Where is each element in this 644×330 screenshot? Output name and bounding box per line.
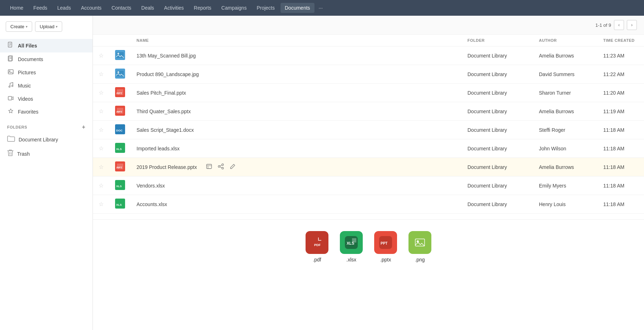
file-action-share[interactable] — [216, 163, 226, 171]
nav-projects[interactable]: Projects — [252, 3, 279, 13]
time-cell: 11:23 AM — [598, 46, 644, 65]
name-cell[interactable]: 2019 Product Release.pptx — [131, 158, 462, 176]
icon-cell: PPT — [109, 158, 131, 176]
sidebar-item-all-files[interactable]: All Files — [0, 39, 93, 52]
pdf-icon: PDF — [306, 231, 328, 254]
nav-contacts[interactable]: Contacts — [107, 3, 135, 13]
table-row[interactable]: ☆ XLS Accounts.xlsx Document Library Hen… — [93, 195, 644, 214]
file-type-icon: PPT — [115, 92, 125, 98]
table-row[interactable]: ☆ DOC Sales Script_Stage1.docx Document … — [93, 121, 644, 139]
folder-cell: Document Library — [462, 102, 533, 121]
file-type-icon: XLS — [115, 148, 125, 154]
nav-accounts[interactable]: Accounts — [76, 3, 106, 13]
png-icon — [408, 231, 431, 254]
star-button[interactable]: ☆ — [99, 108, 104, 114]
time-cell: 11:18 AM — [598, 158, 644, 176]
nav-feeds[interactable]: Feeds — [29, 3, 51, 13]
table-row[interactable]: ☆ PPT Sales Pitch_Final.pptx Document Li… — [93, 84, 644, 102]
sidebar-item-document-library[interactable]: Document Library — [0, 132, 93, 146]
col-author-header: AUTHOR — [533, 35, 598, 46]
folder-icon — [7, 135, 15, 144]
upload-arrow-icon: ▾ — [56, 25, 58, 29]
videos-icon — [7, 95, 14, 102]
star-button[interactable]: ☆ — [99, 201, 104, 207]
svg-point-39 — [218, 165, 220, 167]
star-button[interactable]: ☆ — [99, 52, 104, 59]
table-row[interactable]: ☆ PPT Third Quater_Sales.pptx Document L… — [93, 102, 644, 121]
file-name: Third Quater_Sales.pptx — [137, 109, 191, 114]
file-row-actions — [205, 163, 237, 171]
sidebar-item-favorites[interactable]: Favorites — [0, 105, 93, 118]
next-page-button[interactable]: › — [627, 20, 637, 30]
svg-rect-20 — [116, 70, 124, 77]
pagination: 1-1 of 9 ‹ › — [595, 20, 637, 30]
col-star-header — [93, 35, 109, 46]
name-cell[interactable]: Accounts.xlsx — [131, 195, 462, 214]
xlsx-icon: XLS — [340, 231, 363, 254]
sidebar-item-music[interactable]: Music — [0, 79, 93, 92]
folder-cell: Document Library — [462, 84, 533, 102]
folder-cell: Document Library — [462, 195, 533, 214]
star-cell: ☆ — [93, 139, 109, 158]
sidebar-item-trash[interactable]: Trash — [0, 146, 93, 161]
music-icon — [7, 82, 14, 90]
file-type-icon: DOC — [115, 130, 125, 135]
file-name-wrapper: Vendors.xlsx — [137, 183, 456, 189]
icon-cell: DOC — [109, 121, 131, 139]
author-cell: Amelia Burrows — [533, 158, 598, 176]
svg-point-22 — [118, 71, 119, 73]
file-action-details[interactable] — [205, 163, 213, 171]
name-cell[interactable]: Third Quater_Sales.pptx — [131, 102, 462, 121]
nav-home[interactable]: Home — [6, 3, 28, 13]
nav-documents[interactable]: Documents — [281, 3, 314, 13]
create-button[interactable]: Create ▾ — [6, 21, 32, 32]
sidebar-item-pictures[interactable]: Pictures — [0, 66, 93, 79]
author-cell: John Wilson — [533, 139, 598, 158]
svg-text:PPT: PPT — [117, 92, 122, 95]
nav-deals[interactable]: Deals — [137, 3, 158, 13]
add-folder-button[interactable]: + — [82, 124, 85, 130]
pagination-info: 1-1 of 9 — [595, 22, 611, 28]
name-cell[interactable]: Sales Script_Stage1.docx — [131, 121, 462, 139]
nav-reports[interactable]: Reports — [189, 3, 216, 13]
file-type-icon: PPT — [115, 111, 125, 117]
name-cell[interactable]: Imported leads.xlsx — [131, 139, 462, 158]
svg-point-11 — [12, 85, 13, 87]
table-row[interactable]: ☆ XLS Vendors.xlsx Document Library Emil… — [93, 176, 644, 195]
time-cell: 11:18 AM — [598, 176, 644, 195]
nav-activities[interactable]: Activities — [160, 3, 188, 13]
star-button[interactable]: ☆ — [99, 127, 104, 133]
nav-campaigns[interactable]: Campaigns — [217, 3, 251, 13]
table-row[interactable]: ☆ 13th May_Scanned Bill.jpg Document Lib… — [93, 46, 644, 65]
name-cell[interactable]: Vendors.xlsx — [131, 176, 462, 195]
author-cell: Amelia Burrows — [533, 46, 598, 65]
star-cell: ☆ — [93, 121, 109, 139]
star-button[interactable]: ☆ — [99, 90, 104, 96]
sidebar-label-all-files: All Files — [18, 43, 37, 49]
sidebar-label-pictures: Pictures — [18, 70, 36, 75]
app-layout: Create ▾ Upload ▾ All Files Documents — [0, 16, 644, 330]
file-action-edit[interactable] — [228, 163, 237, 171]
upload-button[interactable]: Upload ▾ — [35, 21, 62, 32]
name-cell[interactable]: Sales Pitch_Final.pptx — [131, 84, 462, 102]
icon-cell: PPT — [109, 84, 131, 102]
nav-more[interactable]: ··· — [316, 3, 326, 13]
star-button[interactable]: ☆ — [99, 164, 104, 170]
star-button[interactable]: ☆ — [99, 145, 104, 151]
name-cell[interactable]: 13th May_Scanned Bill.jpg — [131, 46, 462, 65]
table-row[interactable]: ☆ XLS Imported leads.xlsx Document Libra… — [93, 139, 644, 158]
top-navigation: Home Feeds Leads Accounts Contacts Deals… — [0, 0, 644, 16]
svg-rect-8 — [8, 70, 13, 74]
prev-page-button[interactable]: ‹ — [614, 20, 624, 30]
nav-leads[interactable]: Leads — [53, 3, 75, 13]
file-type-icon — [115, 74, 125, 80]
table-row[interactable]: ☆ PPT 2019 Product Release.pptx — [93, 158, 644, 176]
name-cell[interactable]: Product 890_Landscape.jpg — [131, 65, 462, 84]
sidebar-item-documents[interactable]: Documents — [0, 52, 93, 66]
file-table-body: ☆ 13th May_Scanned Bill.jpg Document Lib… — [93, 46, 644, 214]
star-button[interactable]: ☆ — [99, 71, 104, 77]
svg-text:XLS: XLS — [116, 148, 122, 151]
table-row[interactable]: ☆ Product 890_Landscape.jpg Document Lib… — [93, 65, 644, 84]
star-button[interactable]: ☆ — [99, 182, 104, 189]
sidebar-item-videos[interactable]: Videos — [0, 92, 93, 105]
